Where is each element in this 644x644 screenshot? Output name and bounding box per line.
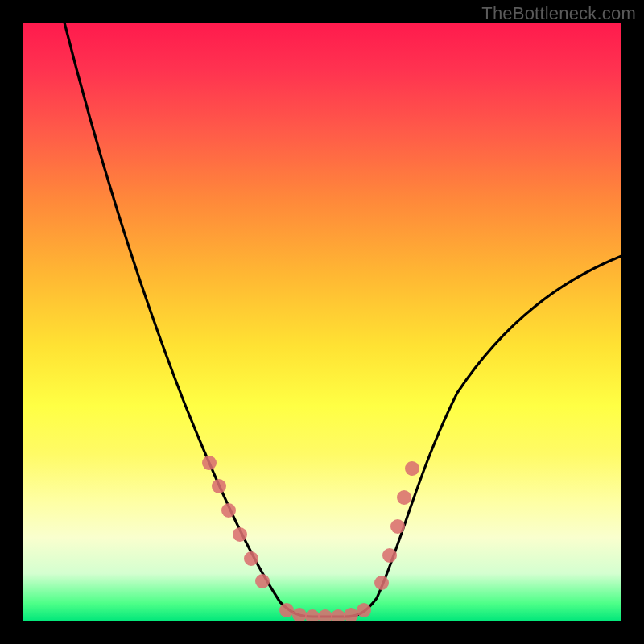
svg-point-13 [374,576,389,590]
svg-point-3 [233,527,247,542]
curve-markers [202,456,419,621]
curve-path [64,23,621,617]
svg-point-9 [318,609,332,621]
svg-point-1 [212,479,226,493]
bottleneck-curve [23,23,621,621]
svg-point-12 [357,603,371,617]
svg-point-4 [244,551,258,566]
svg-point-7 [292,608,307,621]
svg-point-10 [331,609,345,621]
chart-frame [23,23,621,621]
svg-point-15 [390,519,405,534]
svg-point-0 [202,456,217,470]
svg-point-2 [221,503,236,518]
svg-point-5 [255,574,270,588]
svg-point-11 [344,608,358,621]
watermark-text: TheBottleneck.com [481,3,636,24]
svg-point-14 [382,548,397,563]
svg-point-17 [405,461,419,476]
svg-point-6 [279,603,294,617]
svg-point-8 [305,609,320,621]
svg-point-16 [397,490,411,505]
